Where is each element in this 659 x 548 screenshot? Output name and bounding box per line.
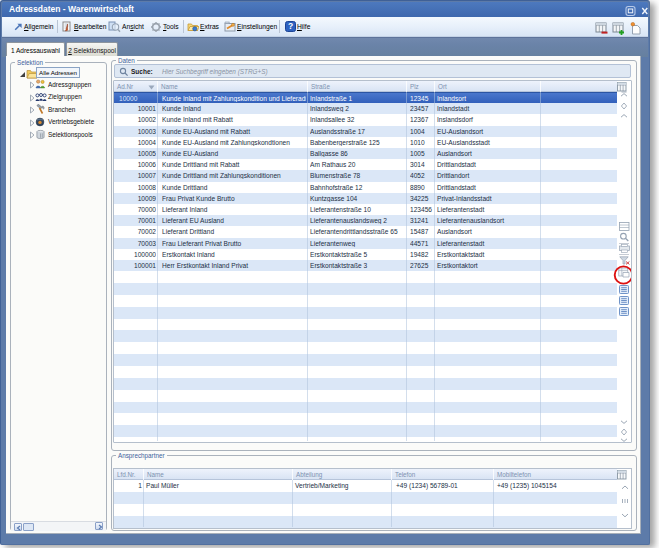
svg-text:?: ? xyxy=(288,21,293,31)
